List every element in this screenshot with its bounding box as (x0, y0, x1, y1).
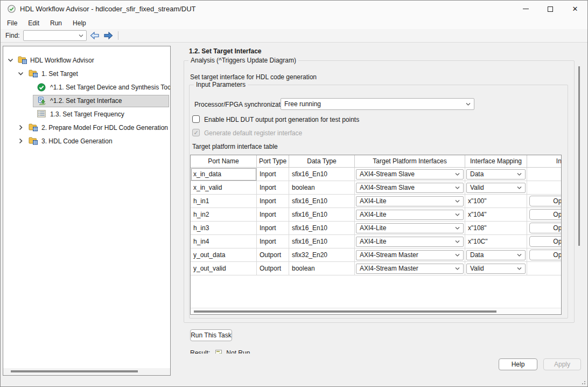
port-name-cell[interactable]: x_in_data (191, 168, 257, 181)
app-icon (8, 5, 16, 13)
port-name-cell[interactable]: h_in4 (191, 235, 257, 248)
menu-help[interactable]: Help (67, 18, 92, 29)
port-type-cell: Inport (257, 195, 289, 208)
tree-item-1-1-set-target-device-and-synthesis-tool[interactable]: ^1.1. Set Target Device and Synthesis To… (3, 81, 170, 94)
interface-dropdown[interactable]: AXI4-Lite (356, 210, 464, 220)
mapping-dropdown[interactable]: Valid (466, 264, 526, 274)
mapping-dropdown[interactable]: Valid (466, 183, 526, 193)
tree-expander[interactable] (18, 125, 24, 131)
apply-button[interactable]: Apply (543, 358, 581, 370)
run-this-task-button[interactable]: Run This Task (190, 329, 232, 341)
tree-item-hdl-workflow-advisor[interactable]: HDL Workflow Advisor (3, 54, 170, 67)
options-button[interactable]: Options... (529, 236, 562, 247)
port-name-cell[interactable]: y_out_valid (191, 262, 257, 275)
hdl-workflow-advisor-window: HDL Workflow Advisor - hdlcoder_sfir_fix… (0, 0, 588, 387)
options-button[interactable]: Options... (529, 196, 562, 206)
find-input[interactable] (23, 30, 87, 41)
resize-grip[interactable] (580, 379, 585, 384)
expander-down-icon (18, 71, 24, 77)
toolbar-separator (118, 31, 118, 40)
tree-item-1-2-set-target-interface[interactable]: ^1.2. Set Target Interface (3, 94, 170, 108)
interface-mapping-cell[interactable]: x"108" (465, 222, 527, 235)
tree-expander[interactable] (18, 138, 24, 144)
table-row-h_in2: h_in2Inportsfix16_En10AXI4-Litex"104"Opt… (191, 208, 562, 222)
target-platform-interface-cell: AXI4-Stream Master (355, 248, 465, 262)
menu-edit[interactable]: Edit (23, 18, 45, 29)
scrollbar-thumb[interactable] (11, 370, 138, 372)
menu-run[interactable]: Run (45, 18, 67, 29)
tree-expander[interactable] (18, 71, 24, 77)
task-heading: 1.2. Set Target Interface (189, 47, 262, 55)
result-row: Result: Not Run (190, 348, 250, 354)
table-row-x_in_data: x_in_dataInportsfix16_En10AXI4-Stream Sl… (191, 168, 562, 181)
help-button[interactable]: Help (499, 358, 537, 370)
port-name-cell[interactable]: y_out_data (191, 248, 257, 262)
find-previous-button[interactable] (89, 31, 100, 40)
sync-dropdown[interactable]: Free running (281, 98, 474, 110)
interface-mapping-cell[interactable]: x"10C" (465, 235, 527, 248)
tree-item-label: ^1.1. Set Target Device and Synthesis To… (50, 84, 171, 91)
interface-mapping-cell[interactable]: x"104" (465, 208, 527, 222)
menu-file[interactable]: File (2, 18, 23, 29)
chevron-down-icon (454, 171, 460, 177)
column-header-interface-options: Interface Options (527, 155, 562, 168)
testpoints-checkbox[interactable] (192, 115, 200, 123)
port-name-cell[interactable]: x_in_valid (191, 181, 257, 195)
sync-dropdown-label: Processor/FPGA synchronization: (194, 101, 291, 108)
testpoints-checkbox-label: Enable HDL DUT output port generation fo… (204, 116, 359, 123)
close-icon: ✕ (572, 5, 578, 12)
interface-mapping-cell: Valid (465, 262, 527, 275)
tree-item-label: ^1.2. Set Target Interface (50, 97, 122, 105)
mapping-dropdown[interactable]: Data (466, 169, 526, 179)
target-platform-interface-cell: AXI4-Lite (355, 222, 465, 235)
chevron-down-icon (465, 101, 471, 107)
interface-dropdown[interactable]: AXI4-Lite (356, 196, 464, 206)
interface-dropdown[interactable]: AXI4-Stream Master (356, 264, 464, 274)
tree-item-3-hdl-code-generation[interactable]: 3. HDL Code Generation (3, 135, 170, 148)
folder-icon (29, 70, 38, 78)
chevron-down-icon (454, 266, 460, 272)
options-button[interactable]: Options... (529, 223, 562, 233)
tree-expander[interactable] (8, 57, 14, 64)
close-button[interactable]: ✕ (563, 1, 587, 17)
data-type-cell: sfix16_En10 (289, 168, 355, 181)
interface-dropdown[interactable]: AXI4-Lite (356, 237, 464, 247)
tree-item-1-set-target[interactable]: 1. Set Target (3, 67, 170, 81)
tree-item-label: 2. Prepare Model For HDL Code Generation (41, 124, 168, 132)
interface-dropdown[interactable]: AXI4-Stream Slave (356, 169, 464, 179)
target-platform-interface-cell: AXI4-Stream Slave (355, 181, 465, 195)
find-next-button[interactable] (103, 31, 114, 40)
port-name-cell[interactable]: h_in2 (191, 208, 257, 222)
port-name-cell[interactable]: h_in3 (191, 222, 257, 235)
task-panel: 1.2. Set Target Interface Analysis (^Tri… (171, 43, 588, 354)
interface-dropdown[interactable]: AXI4-Lite (356, 223, 464, 233)
result-value: Not Run (226, 349, 250, 354)
options-button[interactable]: Options... (529, 209, 562, 220)
port-name-cell[interactable]: h_in1 (191, 195, 257, 208)
maximize-button[interactable] (538, 1, 563, 17)
tree-item-1-3-set-target-frequency[interactable]: 1.3. Set Target Frequency (3, 108, 170, 121)
interface-mapping-cell[interactable]: x"100" (465, 195, 527, 208)
title-bar: HDL Workflow Advisor - hdlcoder_sfir_fix… (1, 1, 587, 17)
mapping-dropdown[interactable]: Data (466, 250, 526, 260)
chevron-down-icon (516, 171, 522, 177)
tree-item-label: 1.3. Set Target Frequency (50, 110, 124, 118)
interface-dropdown[interactable]: AXI4-Stream Master (356, 250, 464, 260)
minimize-icon (523, 9, 529, 9)
workflow-tree-panel: HDL Workflow Advisor1. Set Target^1.1. S… (3, 46, 171, 376)
chevron-down-icon (454, 198, 460, 204)
tree-horizontal-scrollbar[interactable] (3, 368, 170, 375)
scrollbar-thumb[interactable] (194, 310, 496, 313)
chevron-down-icon (516, 185, 522, 191)
minimize-button[interactable] (513, 1, 538, 17)
panel-vertical-scrollbar-thumb[interactable] (578, 66, 580, 246)
interface-mapping-cell: Data (465, 248, 527, 262)
folder-icon (29, 137, 38, 145)
options-button[interactable]: Options... (529, 250, 562, 260)
interface-dropdown[interactable]: AXI4-Stream Slave (356, 183, 464, 193)
table-horizontal-scrollbar[interactable] (191, 308, 561, 314)
table-row-h_in3: h_in3Inportsfix16_En10AXI4-Litex"108"Opt… (191, 222, 562, 235)
tree-item-2-prepare-model-for-hdl-code-generation[interactable]: 2. Prepare Model For HDL Code Generation (3, 121, 170, 135)
interface-options-cell: Options... (527, 248, 562, 262)
data-type-cell: sfix16_En10 (289, 235, 355, 248)
